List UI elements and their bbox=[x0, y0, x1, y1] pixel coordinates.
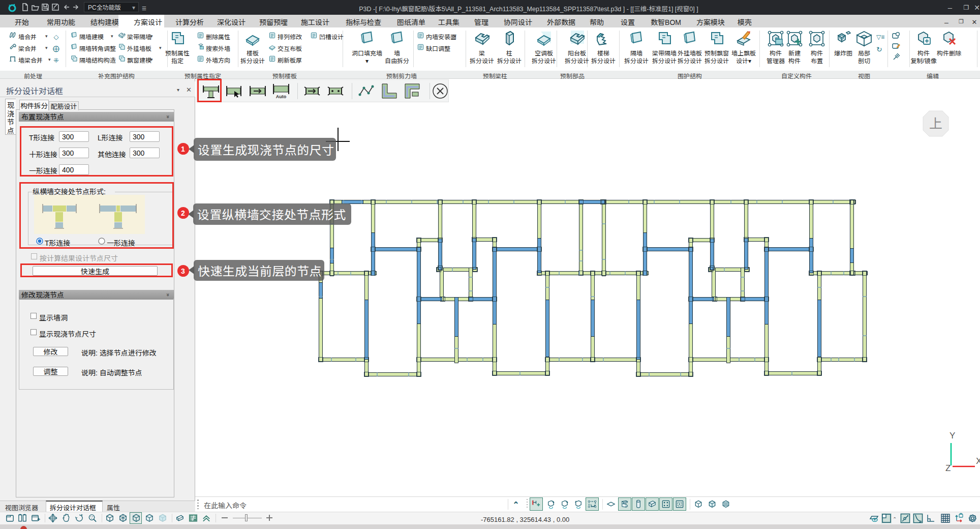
svg-text:Auto: Auto bbox=[276, 93, 287, 100]
svg-text:上: 上 bbox=[929, 113, 942, 132]
svg-text:Y: Y bbox=[950, 428, 955, 441]
svg-text:Z: Z bbox=[945, 461, 951, 473]
svg-text:X: X bbox=[976, 454, 980, 466]
